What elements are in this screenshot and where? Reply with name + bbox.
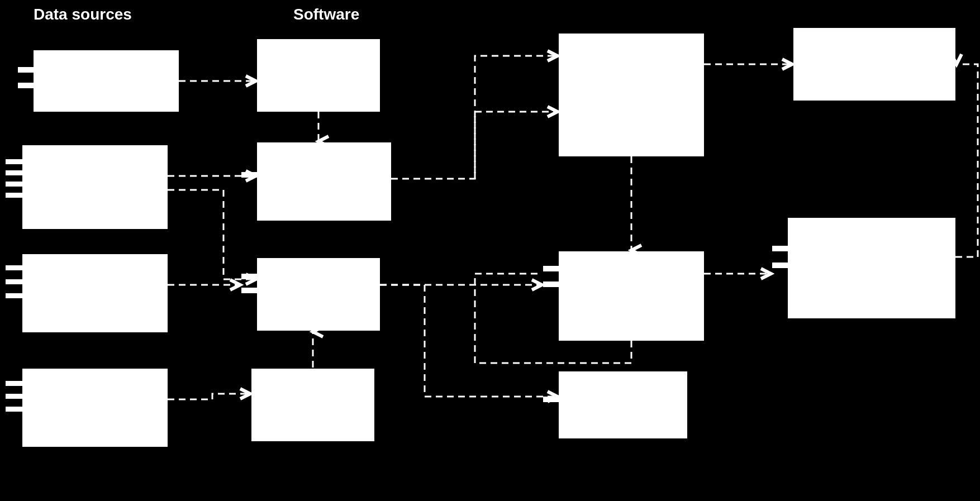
diagram-canvas: Data sources Software xyxy=(0,0,980,501)
ds3-stub-1 xyxy=(6,265,22,270)
ds1-stub-1 xyxy=(18,67,34,73)
sw-box-4 xyxy=(251,369,374,441)
sw-box-10 xyxy=(788,218,955,318)
sw-box-9 xyxy=(793,28,955,101)
sw-box-3 xyxy=(257,258,380,331)
sw8-connector xyxy=(543,397,559,402)
ds-box-2 xyxy=(22,145,168,229)
software-label: Software xyxy=(293,6,359,23)
ds-box-4 xyxy=(22,369,168,447)
ds2-stub-1 xyxy=(6,159,22,164)
ds2-stub-3 xyxy=(6,182,22,187)
sw-box-1 xyxy=(257,39,380,112)
sw-box-8 xyxy=(559,371,687,438)
ds2-stub-4 xyxy=(6,193,22,198)
ds3-stub-3 xyxy=(6,293,22,298)
sw7-connector-2 xyxy=(543,281,559,287)
ds2-stub-2 xyxy=(6,170,22,175)
sw-box-7 xyxy=(559,251,704,341)
ds1-stub-2 xyxy=(18,83,34,88)
ds4-stub-1 xyxy=(6,381,22,386)
sw-box-2 xyxy=(257,142,391,221)
data-sources-label: Data sources xyxy=(34,6,132,23)
sw-box-6 xyxy=(559,89,704,156)
sw3-connector-1 xyxy=(241,274,257,279)
ds3-stub-2 xyxy=(6,279,22,284)
sw7-connector-1 xyxy=(543,266,559,271)
sw2-connector xyxy=(241,172,257,178)
ds-box-1 xyxy=(34,50,179,112)
ds4-stub-2 xyxy=(6,394,22,399)
ds4-stub-3 xyxy=(6,407,22,412)
sw10-connector-2 xyxy=(772,263,788,268)
sw3-connector-2 xyxy=(241,288,257,293)
ds-box-3 xyxy=(22,254,168,332)
sw10-connector xyxy=(772,246,788,251)
